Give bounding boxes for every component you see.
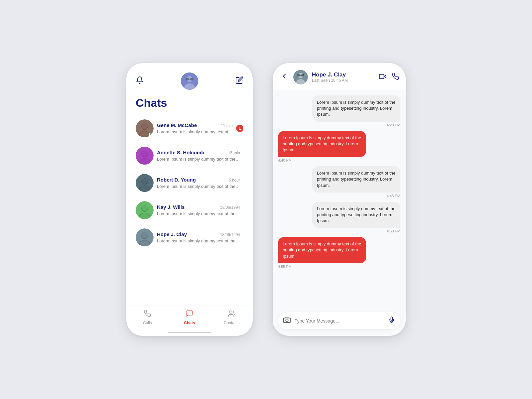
- chat-avatar-annette: [136, 147, 154, 165]
- tab-calls[interactable]: Calls: [126, 310, 169, 325]
- page-title: Chats: [126, 94, 253, 115]
- chat-name: Gene M. McCabe: [157, 122, 197, 128]
- svg-rect-5: [186, 78, 189, 80]
- received-bubble: Lorem Ipsum is simply dummy text of the …: [312, 95, 400, 122]
- chat-actions: [379, 73, 399, 82]
- chat-avatar-hope: [136, 228, 154, 246]
- chat-time: 15 min: [228, 151, 240, 155]
- chat-info-robert: Robert D. Young 5 hour Lorem Ipsum is si…: [154, 177, 243, 189]
- chat-info-gene: Gene M. McCabe 11 min Lorem Ipsum is sim…: [154, 122, 236, 134]
- svg-point-11: [142, 123, 148, 129]
- camera-icon[interactable]: [283, 316, 291, 325]
- phone-header: [126, 63, 253, 94]
- contact-name: Hope J. Clay: [312, 71, 375, 78]
- tab-calls-label: Calls: [143, 321, 152, 325]
- chat-time: 13/06/1994: [220, 205, 240, 210]
- svg-rect-39: [300, 75, 301, 76]
- chat-name: Hope J. Clay: [157, 231, 187, 237]
- chat-preview: Lorem Ipsum is simply dummy text of the …: [157, 211, 240, 216]
- svg-point-41: [302, 74, 304, 76]
- messages-area[interactable]: Lorem Ipsum is simply dummy text of the …: [273, 90, 406, 312]
- tab-chats-label: Chats: [184, 321, 195, 325]
- user-avatar[interactable]: [181, 72, 198, 90]
- back-button[interactable]: [279, 71, 289, 83]
- chats-list-phone: Chats Gene M. McCabe 11 min Lorem Ipsum …: [126, 63, 253, 336]
- tab-contacts-label: Contacts: [224, 321, 239, 325]
- sent-bubble: Lorem Ipsum is simply dummy text of the …: [278, 131, 366, 157]
- chat-preview: Lorem Ipsum is simply dummy text of the …: [157, 129, 233, 134]
- tab-contacts[interactable]: Contacts: [210, 310, 253, 325]
- svg-point-40: [297, 74, 299, 76]
- svg-point-33: [229, 311, 232, 313]
- chat-item-annette[interactable]: Annette S. Holcomb 15 min Lorem Ipsum is…: [132, 142, 247, 169]
- message-item: Lorem Ipsum is simply dummy text of the …: [312, 166, 400, 198]
- svg-rect-6: [190, 78, 194, 80]
- svg-marker-42: [384, 75, 386, 78]
- message-time: 4:55 PM: [278, 265, 366, 269]
- page-wrapper: Chats Gene M. McCabe 11 min Lorem Ipsum …: [0, 63, 532, 336]
- chat-preview: Lorem Ipsum is simply dummy text of the …: [157, 184, 240, 189]
- chat-item-hope[interactable]: Hope J. Clay 13/06/1994 Lorem Ipsum is s…: [132, 224, 247, 251]
- chat-item-kay[interactable]: Kay J. Wills 13/06/1994 Lorem Ipsum is s…: [132, 197, 247, 224]
- chat-info-annette: Annette S. Holcomb 15 min Lorem Ipsum is…: [154, 150, 243, 162]
- online-indicator: [149, 133, 153, 137]
- svg-point-26: [142, 205, 148, 211]
- received-bubble: Lorem Ipsum is simply dummy text of the …: [312, 166, 400, 193]
- chat-info-kay: Kay J. Wills 13/06/1994 Lorem Ipsum is s…: [154, 204, 243, 216]
- sent-bubble: Lorem Ipsum is simply dummy text of the …: [278, 237, 366, 263]
- video-call-icon[interactable]: [379, 73, 386, 82]
- compose-icon[interactable]: [235, 76, 243, 86]
- message-time: 4:45 PM: [312, 194, 400, 198]
- chat-list: Gene M. McCabe 11 min Lorem Ipsum is sim…: [126, 115, 253, 306]
- chat-header: Hope J. Clay Last Seen 10:45 AM: [273, 63, 406, 90]
- chat-avatar-gene: [136, 119, 154, 137]
- chat-name: Kay J. Wills: [157, 204, 185, 210]
- notification-icon[interactable]: [136, 76, 144, 86]
- chat-time: 11 min: [221, 123, 233, 128]
- message-item: Lorem Ipsum is simply dummy text of the …: [312, 95, 400, 127]
- svg-point-21: [142, 178, 148, 184]
- mic-icon[interactable]: [388, 317, 395, 325]
- contact-info: Hope J. Clay Last Seen 10:45 AM: [312, 71, 375, 83]
- message-time: 4:40 PM: [278, 158, 366, 162]
- received-bubble: Lorem Ipsum is simply dummy text of the …: [312, 202, 400, 228]
- chat-time: 13/06/1994: [220, 232, 240, 237]
- chat-time: 5 hour: [229, 178, 240, 183]
- chat-name: Robert D. Young: [157, 177, 196, 183]
- message-time: 4:20 PM: [312, 123, 400, 127]
- contacts-icon: [228, 310, 235, 319]
- message-item: Lorem Ipsum is simply dummy text of the …: [312, 202, 400, 233]
- svg-rect-7: [189, 79, 190, 79]
- message-time: 4:50 PM: [312, 229, 400, 233]
- message-item: Lorem Ipsum is simply dummy text of the …: [278, 131, 366, 163]
- chat-name-row: Kay J. Wills 13/06/1994: [157, 204, 240, 210]
- chats-icon: [186, 310, 193, 319]
- calls-icon: [144, 310, 151, 319]
- chat-info-hope: Hope J. Clay 13/06/1994 Lorem Ipsum is s…: [154, 231, 243, 243]
- message-input-bar: [278, 312, 400, 329]
- chat-name-row: Gene M. McCabe 11 min: [157, 122, 233, 128]
- voice-call-icon[interactable]: [392, 73, 399, 82]
- chat-avatar-kay: [136, 201, 154, 219]
- chat-item-robert[interactable]: Robert D. Young 5 hour Lorem Ipsum is si…: [132, 169, 247, 197]
- tab-bar: Calls Chats: [126, 306, 253, 332]
- message-item: Lorem Ipsum is simply dummy text of the …: [278, 237, 366, 269]
- chat-item-gene[interactable]: Gene M. McCabe 11 min Lorem Ipsum is sim…: [132, 115, 247, 142]
- unread-badge: 1: [236, 125, 243, 132]
- chat-name-row: Annette S. Holcomb 15 min: [157, 150, 240, 155]
- chat-name-row: Hope J. Clay 13/06/1994: [157, 231, 240, 237]
- chat-preview: Lorem Ipsum is simply dummy text of the …: [157, 157, 240, 162]
- svg-point-16: [142, 151, 148, 157]
- chat-detail-phone: Hope J. Clay Last Seen 10:45 AM: [273, 63, 406, 336]
- chat-preview: Lorem Ipsum is simply dummy text of the …: [157, 238, 240, 243]
- contact-status: Last Seen 10:45 AM: [312, 78, 375, 83]
- message-input[interactable]: [295, 318, 384, 324]
- tab-chats[interactable]: Chats: [169, 310, 211, 325]
- chat-name-row: Robert D. Young 5 hour: [157, 177, 240, 183]
- svg-point-31: [142, 232, 148, 238]
- svg-rect-43: [379, 74, 384, 78]
- home-indicator: [168, 332, 211, 333]
- chat-name: Annette S. Holcomb: [157, 150, 204, 155]
- svg-point-44: [286, 319, 288, 321]
- chat-avatar-robert: [136, 174, 154, 192]
